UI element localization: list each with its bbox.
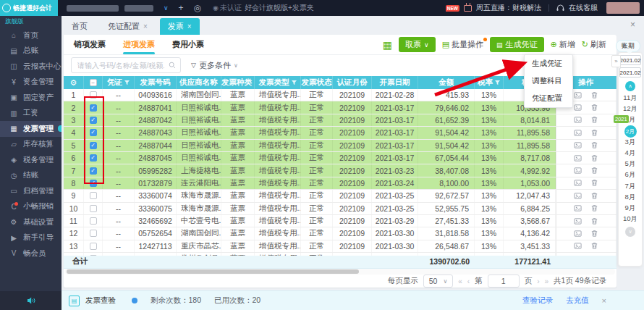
row-checkbox-cell[interactable]: ✓ — [84, 114, 103, 126]
row-checkbox[interactable]: ✓ — [90, 142, 97, 149]
column-header[interactable]: 认证月份 — [333, 76, 372, 89]
close-icon[interactable]: × — [143, 22, 148, 30]
column-header[interactable]: 发票状态 — [301, 76, 333, 89]
row-checkbox[interactable]: ✓ — [90, 129, 97, 136]
delete-trash-icon[interactable] — [590, 104, 598, 112]
sidebar-item[interactable]: ◫ 云报表中心 — [0, 59, 62, 75]
fetch-ticket-button[interactable]: 取票 ∨ — [399, 37, 436, 52]
redacted-company-name[interactable] — [124, 5, 153, 12]
sidebar-item[interactable]: ⚙ 基础设置 — [0, 214, 62, 230]
filter-icon[interactable] — [292, 80, 297, 85]
status-toggle-dot[interactable] — [132, 298, 137, 303]
delete-trash-icon[interactable] — [590, 154, 598, 162]
month-item[interactable]: 12月 — [619, 104, 642, 114]
row-checkbox[interactable]: ✓ — [90, 167, 97, 175]
row-checkbox[interactable]: ✓ — [90, 117, 97, 124]
row-checkbox-cell[interactable]: ✓ — [84, 89, 103, 101]
batch-operation-button[interactable]: ▤ 批量操作 — [442, 39, 483, 50]
table-row[interactable]: 8 ✓ -- 01732879 连云港阳电.. 蓝票 增值税专用.. 正常 20… — [64, 177, 617, 190]
table-row[interactable]: 4 ✓ -- 24887043 日照裕诚电.. 蓝票 增值税专用.. 正常 20… — [64, 127, 617, 139]
row-checkbox[interactable]: ✓ — [90, 104, 97, 112]
column-header[interactable]: 开票日期 — [372, 76, 418, 89]
preview-image-icon[interactable] — [574, 116, 582, 124]
redacted-avatar[interactable] — [606, 2, 640, 14]
first-page-icon[interactable]: « — [458, 277, 462, 285]
search-input[interactable] — [76, 61, 166, 70]
preview-image-icon[interactable] — [574, 154, 582, 162]
delete-trash-icon[interactable] — [590, 91, 598, 99]
tab-invoice[interactable]: 发票 × — [160, 18, 200, 35]
generate-voucher-button[interactable]: ▤ 生成凭证 — [490, 37, 544, 52]
delete-trash-icon[interactable] — [590, 217, 598, 225]
delete-trash-icon[interactable] — [590, 230, 598, 238]
column-header[interactable]: 供应商名称 — [177, 76, 221, 89]
row-checkbox[interactable]: ✓ — [90, 154, 97, 162]
month-item[interactable]: 8月 — [619, 192, 642, 203]
delete-trash-icon[interactable] — [590, 179, 598, 187]
row-checkbox-cell[interactable]: ✓ — [84, 177, 103, 189]
last-page-icon[interactable]: » — [545, 277, 549, 285]
column-header[interactable]: 凭证 — [103, 76, 135, 89]
preview-image-icon[interactable] — [574, 179, 582, 187]
preview-image-icon[interactable] — [574, 204, 582, 212]
table-row[interactable]: 10 ✓ -- 33360075 珠海市晟源.. 蓝票 增值税专用.. 正常 2… — [64, 203, 617, 215]
month-item[interactable]: 9月 — [619, 203, 642, 214]
row-checkbox[interactable]: ✓ — [90, 91, 97, 99]
column-header[interactable]: 税率 — [475, 76, 504, 89]
add-button[interactable]: ⊕ 新增 — [551, 39, 575, 50]
sidebar-item[interactable]: ▭ 归档管理 — [0, 183, 62, 199]
delete-trash-icon[interactable] — [590, 192, 598, 200]
table-row[interactable]: 5 ✓ -- 24887044 日照裕诚电.. 蓝票 增值税专用.. 正常 20… — [64, 140, 617, 152]
delete-trash-icon[interactable] — [590, 116, 598, 124]
preview-image-icon[interactable] — [574, 129, 582, 137]
row-checkbox[interactable]: ✓ — [90, 192, 97, 199]
sidebar-item[interactable]: C 小畅报销 — [0, 199, 62, 215]
row-checkbox-cell[interactable]: ✓ — [84, 203, 103, 214]
column-header[interactable]: 发票种类 — [221, 76, 255, 89]
add-tab-icon[interactable]: + — [179, 3, 184, 13]
more-filters-button[interactable]: ▽ 更多条件 ∨ — [191, 60, 238, 71]
sidebar-item[interactable]: V 畅会员 — [0, 246, 62, 261]
check-record-link[interactable]: 查验记录 — [522, 296, 553, 306]
column-header[interactable]: 金额 — [418, 76, 475, 89]
table-row[interactable]: 7 ✓ -- 05995282 上海捷格电.. 蓝票 增值税专用.. 正常 20… — [64, 164, 617, 177]
month-item[interactable]: 3月 — [619, 137, 642, 148]
column-settings-gear-icon[interactable]: ⚙ — [64, 76, 84, 89]
row-checkbox-cell[interactable]: ✓ — [84, 240, 103, 252]
menu-item-voucher-config[interactable]: 凭证配置 — [525, 90, 572, 107]
live-broadcast-link[interactable]: 周五直播：财税解法 — [476, 3, 541, 13]
preview-image-icon[interactable] — [574, 242, 582, 250]
row-checkbox[interactable]: ✓ — [90, 217, 97, 225]
period-input[interactable]: 2021.02 — [619, 55, 641, 65]
preview-image-icon[interactable] — [574, 230, 582, 238]
row-checkbox-cell[interactable]: ✓ — [84, 164, 103, 176]
sidebar-item[interactable]: ▣ 固定资产 — [0, 90, 62, 106]
column-header[interactable]: 发票类型 — [255, 76, 301, 89]
preview-image-icon[interactable] — [574, 141, 582, 149]
search-box[interactable] — [71, 57, 181, 73]
subtab-expense-receipt[interactable]: 费用小票 — [172, 35, 204, 54]
row-checkbox-cell[interactable]: ✓ — [84, 101, 103, 113]
sidebar-item[interactable]: ⌂ 首页 — [0, 28, 62, 43]
row-checkbox-cell[interactable]: ✓ — [84, 152, 103, 164]
close-icon[interactable]: × — [602, 296, 606, 305]
table-row[interactable]: 6 ✓ -- 24887045 日照裕诚电.. 蓝票 增值税专用.. 正常 20… — [64, 152, 617, 164]
preview-image-icon[interactable] — [574, 192, 582, 200]
month-item[interactable]: 6月 — [619, 169, 642, 180]
search-icon[interactable] — [169, 62, 176, 69]
row-checkbox-cell[interactable]: ✓ — [84, 215, 103, 227]
filter-icon[interactable] — [495, 80, 500, 85]
sidebar-item[interactable]: ▱ 库存核算 — [0, 137, 62, 153]
close-icon[interactable]: × — [630, 20, 635, 30]
qr-scan-icon[interactable]: ▦ — [383, 39, 392, 51]
select-all-checkbox[interactable]: – — [90, 79, 97, 86]
company-switch-chevron-icon[interactable]: ∨ — [164, 4, 169, 12]
sidebar-item[interactable]: ¥ 资金管理 — [0, 75, 62, 91]
table-row[interactable]: 12 ✓ -- 05752654 湖南国创同.. 蓝票 增值税专用.. 正常 2… — [64, 227, 617, 240]
menu-item-adjust-subject[interactable]: 调整科目 — [525, 72, 572, 90]
subtab-output-invoice[interactable]: 销项发票 — [74, 35, 106, 54]
row-checkbox-cell[interactable]: ✓ — [84, 190, 103, 201]
tab-home[interactable]: 首页 — [64, 18, 96, 35]
table-row[interactable]: 3 ✓ -- 24887042 日照裕诚电.. 蓝票 增值税专用.. 正常 20… — [64, 114, 617, 127]
page-size-select[interactable]: 50 ∨ — [423, 275, 454, 288]
